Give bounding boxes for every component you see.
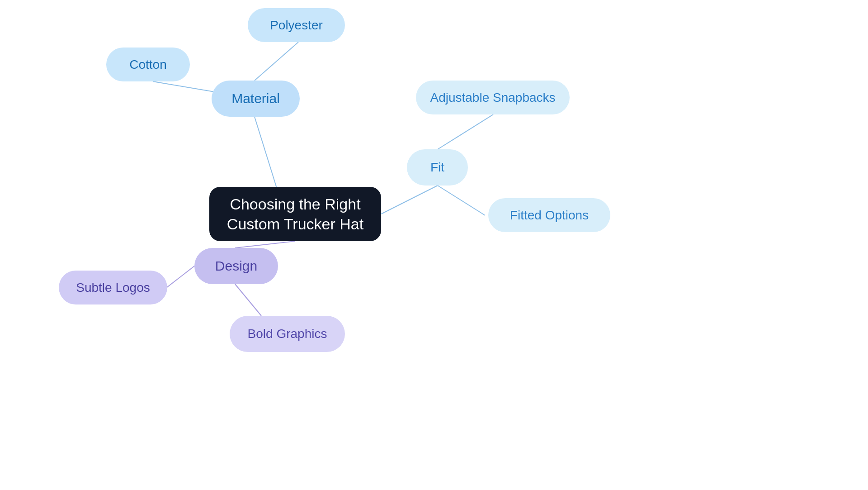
svg-line-7 [166, 266, 194, 288]
material-node: Material [212, 81, 300, 117]
svg-line-3 [381, 186, 438, 214]
svg-line-8 [235, 284, 261, 316]
svg-line-1 [255, 42, 298, 81]
fit-node: Fit [407, 149, 468, 186]
svg-line-4 [438, 114, 493, 149]
adjustable-snapbacks-node: Adjustable Snapbacks [416, 81, 570, 114]
svg-line-5 [438, 186, 485, 215]
subtle-logos-node: Subtle Logos [59, 271, 167, 304]
fitted-options-node: Fitted Options [488, 198, 610, 232]
center-node: Choosing the Right Custom Trucker Hat [209, 187, 381, 241]
design-node: Design [194, 248, 278, 284]
cotton-node: Cotton [106, 48, 190, 81]
bold-graphics-node: Bold Graphics [230, 316, 345, 352]
polyester-node: Polyester [248, 8, 345, 42]
svg-line-6 [235, 241, 295, 248]
